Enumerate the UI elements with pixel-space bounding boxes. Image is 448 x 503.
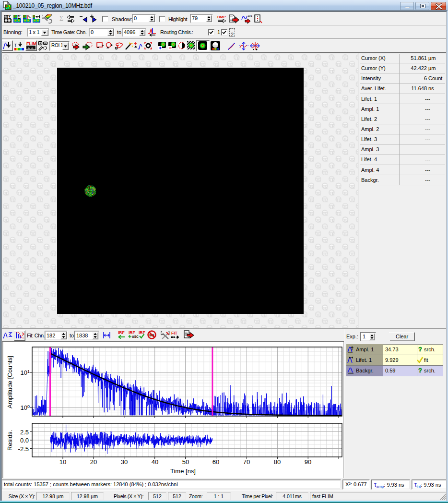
svg-text:FLIM: FLIM: [26, 41, 36, 46]
svg-text:101: 101: [248, 14, 252, 17]
svg-text:FIT: FIT: [171, 331, 178, 335]
svg-text:Σ: Σ: [18, 15, 21, 20]
svg-text:?: ?: [418, 346, 422, 353]
svg-text:?: ?: [418, 367, 422, 374]
svg-text:IRF: IRF: [118, 330, 125, 335]
svg-text:Σ: Σ: [8, 15, 11, 20]
svg-text:ASC: ASC: [132, 335, 139, 338]
svg-text:τ: τ: [14, 41, 17, 48]
svg-text:BMP: BMP: [217, 15, 226, 19]
svg-text:IRF: IRF: [129, 330, 135, 335]
